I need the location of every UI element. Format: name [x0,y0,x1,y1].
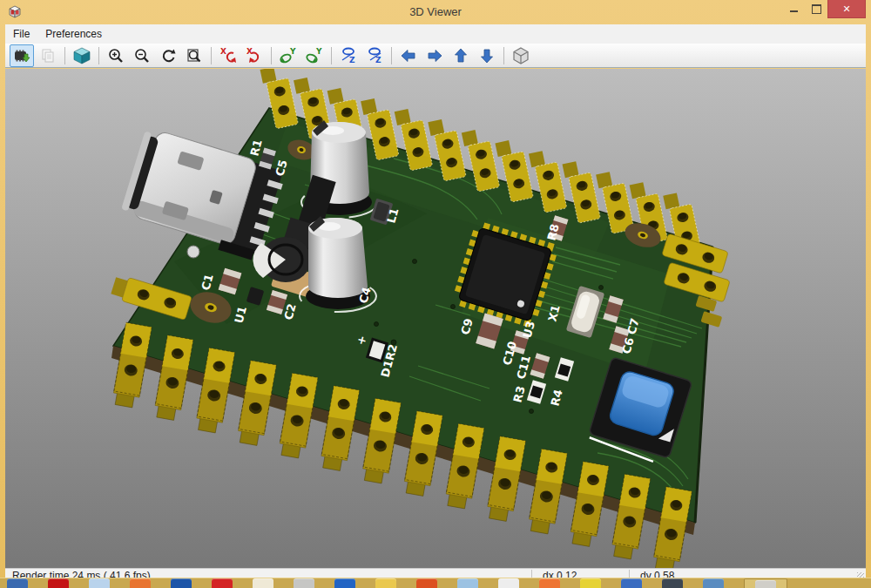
rotate-y-neg-icon: Y [279,46,298,65]
app-diamond-icon[interactable] [498,578,519,588]
svg-text:Z: Z [375,56,381,64]
maximize-button[interactable] [805,0,827,17]
cube-3d-icon [72,46,91,65]
app-light-window-icon[interactable] [89,578,110,588]
ortho-view-button[interactable] [509,44,533,67]
menu-file[interactable]: File [5,25,37,43]
menubar: File Preferences [5,24,866,44]
toolbar: X X Y Y [5,44,866,68]
zoom-fit-button[interactable] [182,44,206,67]
titlebar: 3D Viewer ✕ [0,0,871,24]
rotate-z-pos-icon: Z [365,46,384,65]
active-taskbar-button[interactable] [744,578,787,588]
zoom-in-button[interactable] [104,44,128,67]
zoom-out-icon [133,47,151,64]
svg-text:Y: Y [289,47,296,56]
app-firefox-icon[interactable] [621,578,642,588]
3d-viewport-canvas[interactable]: R1C5C1U1C2C4L1+D1R2C9C10C11R3R4U3X1C6 C7… [5,69,866,568]
os-taskbar [0,578,871,588]
app-blue-swirl-icon[interactable] [171,578,192,588]
redraw-button[interactable] [156,44,180,67]
move-down-button[interactable] [475,44,499,67]
3d-viewer-window: 3D Viewer ✕ File Preferences [0,0,871,580]
app-kicad-active-icon[interactable] [755,580,776,588]
arrow-up-icon [452,47,469,64]
app-window-icon[interactable] [703,578,724,588]
app-pcb-gray-icon[interactable] [294,578,314,588]
rotate-z-neg-icon: Z [339,46,358,65]
zoom-fit-icon [186,47,203,64]
rotate-x-neg-icon: X [219,46,238,65]
ortho-cube-icon [511,46,530,65]
rotate-z-pos-button[interactable]: Z [362,44,387,67]
app-orange-icon[interactable] [130,578,151,588]
copy-icon [39,47,57,64]
arrow-right-icon [426,47,443,64]
menu-preferences[interactable]: Preferences [37,25,110,43]
app-monitor-icon[interactable] [662,578,683,588]
rotate-x-pos-icon: X [245,46,264,65]
rotate-z-neg-button[interactable]: Z [336,44,361,67]
arrow-left-icon [400,47,417,64]
app-yellow-dark-icon[interactable] [580,578,601,588]
minimize-button[interactable] [782,0,805,17]
window-title: 3D Viewer [0,5,871,18]
app-notes-icon[interactable] [457,578,478,588]
svg-text:Y: Y [315,47,322,56]
move-right-button[interactable] [422,44,447,67]
copy-image-button[interactable] [36,44,60,67]
rotate-y-pos-icon: Y [305,46,324,65]
app-blue-window-icon[interactable] [7,578,28,588]
rotate-x-pos-button[interactable]: X [242,44,267,67]
reload-board-button[interactable] [10,44,34,67]
rotate-y-neg-button[interactable]: Y [276,44,300,67]
svg-text:Z: Z [349,56,355,64]
close-button[interactable]: ✕ [827,0,866,18]
move-left-button[interactable] [396,44,421,67]
svg-text:X: X [246,47,253,56]
app-document-icon[interactable] [253,578,273,588]
app-red-orange-icon[interactable] [416,578,437,588]
svg-text:X: X [220,47,226,56]
redraw-icon [159,47,177,64]
app-red-icon[interactable] [212,578,233,588]
app-opera-icon[interactable] [539,578,560,588]
zoom-in-icon [107,47,125,64]
app-filezilla-icon[interactable] [48,578,69,588]
3d-viewport[interactable]: R1C5C1U1C2C4L1+D1R2C9C10C11R3R4U3X1C6 C7… [5,69,866,568]
app-blue-globe-icon[interactable] [334,578,355,588]
view-3d-cube-button[interactable] [70,44,94,67]
reload-board-icon [13,47,30,64]
app-folder-icon[interactable] [375,578,396,588]
arrow-down-icon [478,47,496,64]
rotate-x-neg-button[interactable]: X [216,44,240,67]
close-icon: ✕ [842,3,850,15]
move-up-button[interactable] [449,44,473,67]
zoom-out-button[interactable] [130,44,154,67]
rotate-y-pos-button[interactable]: Y [302,44,327,67]
